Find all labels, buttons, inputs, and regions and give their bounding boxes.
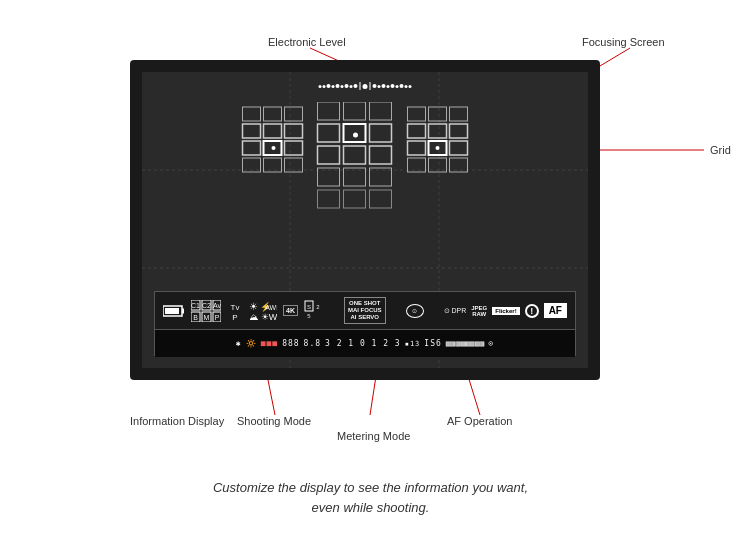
svg-rect-44 <box>408 124 426 138</box>
svg-text:C1: C1 <box>191 302 200 309</box>
flicker-badge: Flicker! <box>492 307 519 315</box>
svg-rect-57 <box>165 308 179 314</box>
svg-text:⛰: ⛰ <box>249 312 258 322</box>
svg-text:Av: Av <box>213 302 221 309</box>
electronic-level-label: Electronic Level <box>268 36 346 48</box>
svg-text:M: M <box>204 314 210 321</box>
svg-rect-39 <box>344 190 366 208</box>
tv-p-icons: Tv P <box>227 300 243 322</box>
4k-icon: 4K <box>283 305 298 317</box>
svg-text:P: P <box>215 314 220 321</box>
svg-rect-35 <box>318 168 340 186</box>
svg-rect-51 <box>429 158 447 172</box>
svg-rect-26 <box>318 102 340 120</box>
svg-rect-49 <box>450 141 468 155</box>
svg-rect-36 <box>344 168 366 186</box>
svg-text:B: B <box>193 314 198 321</box>
svg-text:Tv: Tv <box>231 303 240 312</box>
svg-point-53 <box>272 146 276 150</box>
grid-label: Grid <box>710 144 731 156</box>
svg-rect-58 <box>182 308 184 313</box>
svg-rect-20 <box>243 141 261 155</box>
svg-rect-29 <box>318 124 340 142</box>
svg-rect-24 <box>264 158 282 172</box>
svg-rect-23 <box>243 158 261 172</box>
svg-rect-16 <box>285 107 303 121</box>
svg-text:2: 2 <box>316 304 320 310</box>
lcd-text: ✱ 🔆 ■■■ 888 8.8 3 2 1 0 1 2 3 ▪13 IS6 ▦▦… <box>236 339 494 348</box>
jpeg-raw-icon: JPEG RAW <box>471 305 487 317</box>
svg-rect-42 <box>429 107 447 121</box>
af-mode-block: ONE SHOT MAI FOCUS AI SERVO <box>344 297 386 325</box>
sd-icons: S 5 2 <box>304 300 324 322</box>
shooting-mode-label: Shooting Mode <box>237 415 311 427</box>
viewfinder-outer: C1 C2 B M Av P <box>130 60 600 380</box>
left-icons: C1 C2 B M Av P <box>163 300 324 322</box>
svg-rect-18 <box>264 124 282 138</box>
svg-point-55 <box>436 146 440 150</box>
svg-rect-25 <box>285 158 303 172</box>
svg-rect-37 <box>370 168 392 186</box>
svg-rect-33 <box>344 146 366 164</box>
svg-text:☀: ☀ <box>249 301 258 312</box>
svg-text:S: S <box>307 304 311 310</box>
exposure-icons: ☀ ⛰ ⚡ ☀ AWB W <box>249 300 277 322</box>
svg-rect-17 <box>243 124 261 138</box>
svg-rect-41 <box>408 107 426 121</box>
svg-rect-40 <box>370 190 392 208</box>
svg-point-54 <box>353 133 358 138</box>
svg-rect-45 <box>429 124 447 138</box>
svg-rect-27 <box>344 102 366 120</box>
af-operation-label: AF Operation <box>447 415 512 427</box>
svg-rect-15 <box>264 107 282 121</box>
metering-icon: ⊙ <box>406 304 424 318</box>
af-frames-svg <box>238 102 493 262</box>
viewfinder-inner: C1 C2 B M Av P <box>142 72 588 368</box>
metering-mode-label: Metering Mode <box>337 430 410 442</box>
mode-icons: C1 C2 B M Av P <box>191 300 221 322</box>
svg-text:P: P <box>232 313 237 322</box>
svg-rect-47 <box>408 141 426 155</box>
lcd-row: ✱ 🔆 ■■■ 888 8.8 3 2 1 0 1 2 3 ▪13 IS6 ▦▦… <box>155 330 575 357</box>
svg-rect-52 <box>450 158 468 172</box>
svg-text:C2: C2 <box>202 302 211 309</box>
svg-rect-31 <box>370 124 392 142</box>
svg-rect-28 <box>370 102 392 120</box>
svg-rect-22 <box>285 141 303 155</box>
warning-icon: ! <box>525 304 539 318</box>
right-icons: ⊙ DPR JPEG RAW Flicker! ! <box>444 303 567 318</box>
info-bar: C1 C2 B M Av P <box>154 291 576 356</box>
svg-text:W: W <box>269 312 277 322</box>
page-container: Electronic Level Focusing Screen Grid AF… <box>0 0 741 535</box>
svg-rect-34 <box>370 146 392 164</box>
svg-rect-14 <box>243 107 261 121</box>
focusing-screen-label: Focusing Screen <box>582 36 665 48</box>
battery-icon <box>163 305 185 317</box>
svg-rect-43 <box>450 107 468 121</box>
caption: Customize the display to see the informa… <box>161 478 581 517</box>
electronic-level-display <box>319 82 412 90</box>
svg-rect-50 <box>408 158 426 172</box>
info-top-row: C1 C2 B M Av P <box>155 292 575 330</box>
information-display-label: Information Display <box>130 415 224 427</box>
svg-text:5: 5 <box>307 313 311 319</box>
svg-rect-32 <box>318 146 340 164</box>
svg-text:AWB: AWB <box>265 304 277 311</box>
svg-rect-19 <box>285 124 303 138</box>
svg-rect-38 <box>318 190 340 208</box>
af-badge: AF <box>544 303 567 318</box>
svg-rect-46 <box>450 124 468 138</box>
